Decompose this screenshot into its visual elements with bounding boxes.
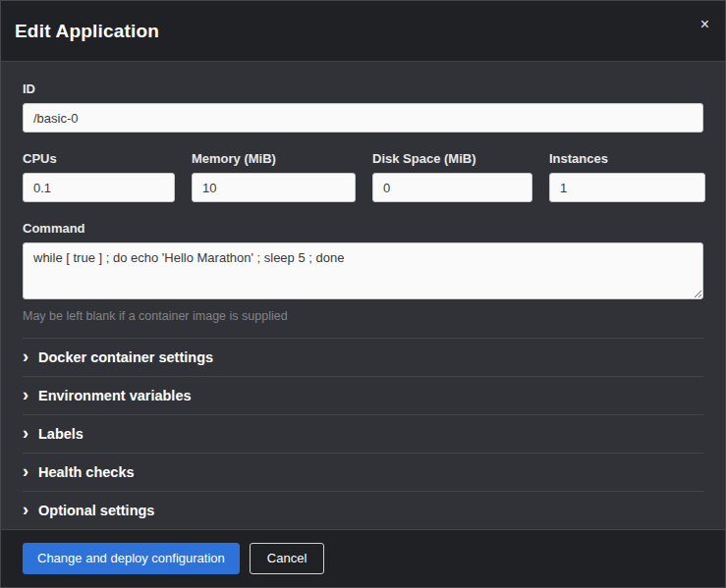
modal-header: Edit Application × [1, 1, 725, 62]
chevron-right-icon: › [23, 462, 38, 480]
section-label: Optional settings [38, 503, 154, 518]
section-docker-container-settings[interactable]: › Docker container settings [23, 339, 703, 377]
chevron-right-icon: › [23, 386, 38, 403]
cpus-label: CPUs [23, 151, 175, 166]
section-labels[interactable]: › Labels [23, 415, 703, 454]
modal-title: Edit Application [15, 21, 159, 42]
modal-body: ID CPUs Memory (MiB) Disk Space (MiB) In… [1, 62, 725, 529]
cancel-button[interactable]: Cancel [250, 543, 324, 574]
section-label: Docker container settings [38, 349, 213, 365]
section-environment-variables[interactable]: › Environment variables [23, 377, 703, 415]
collapsible-sections: › Docker container settings › Environmen… [23, 338, 703, 529]
modal-footer: Change and deploy configuration Cancel [1, 529, 725, 587]
instances-label: Instances [549, 151, 705, 166]
section-optional-settings[interactable]: › Optional settings [23, 492, 703, 529]
cpus-input[interactable] [23, 173, 175, 202]
section-label: Health checks [38, 464, 135, 480]
chevron-right-icon: › [23, 424, 38, 442]
disk-label: Disk Space (MiB) [372, 151, 532, 166]
section-health-checks[interactable]: › Health checks [23, 454, 703, 492]
command-help-text: May be left blank if a container image i… [23, 309, 703, 323]
resources-field-row: CPUs Memory (MiB) Disk Space (MiB) Insta… [23, 151, 703, 202]
close-icon[interactable]: × [700, 17, 709, 32]
memory-label: Memory (MiB) [192, 151, 356, 166]
command-textarea[interactable]: while [ true ] ; do echo 'Hello Marathon… [23, 242, 703, 299]
id-input[interactable] [23, 103, 703, 133]
id-field-block: ID [23, 81, 703, 133]
chevron-right-icon: › [23, 347, 38, 365]
command-field-block: Command while [ true ] ; do echo 'Hello … [23, 221, 703, 323]
disk-field-block: Disk Space (MiB) [372, 151, 532, 202]
edit-application-modal: Edit Application × ID CPUs Memory (MiB) … [0, 0, 726, 588]
chevron-right-icon: › [23, 501, 38, 518]
section-label: Labels [38, 426, 84, 442]
id-label: ID [23, 81, 703, 96]
disk-input[interactable] [372, 173, 532, 202]
instances-input[interactable] [549, 173, 705, 202]
memory-field-block: Memory (MiB) [192, 151, 356, 202]
cpus-field-block: CPUs [23, 151, 175, 202]
section-label: Environment variables [38, 388, 192, 403]
memory-input[interactable] [192, 173, 356, 202]
change-and-deploy-button[interactable]: Change and deploy configuration [23, 543, 240, 574]
instances-field-block: Instances [549, 151, 705, 202]
command-label: Command [23, 221, 703, 236]
